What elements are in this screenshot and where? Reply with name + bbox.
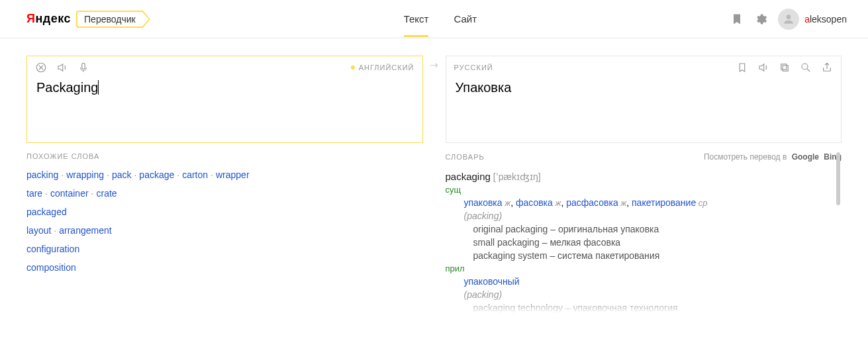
source-lang-label[interactable]: АНГЛИЙСКИЙ [351, 64, 414, 72]
dict-gender: ж [618, 198, 627, 208]
similar-word-link[interactable]: packing [26, 169, 58, 180]
similar-word-link[interactable]: pack [112, 169, 132, 180]
similar-title: ПОХОЖИЕ СЛОВА [26, 152, 423, 160]
speaker-icon[interactable] [56, 62, 68, 73]
search-icon[interactable] [800, 62, 812, 73]
copy-icon[interactable] [779, 62, 791, 73]
gear-icon[interactable] [754, 13, 767, 26]
dict-translation-link[interactable]: фасовка [516, 197, 553, 208]
similar-word-link[interactable]: carton [182, 169, 208, 180]
separator: · [104, 169, 112, 180]
dict-example: small packaging – мелкая фасовка [446, 237, 842, 248]
dict-headword: packaging [446, 171, 491, 182]
separator: · [174, 169, 182, 180]
dict-pos: прил [446, 264, 842, 273]
svg-rect-1 [82, 63, 85, 69]
similar-word-link[interactable]: tare [26, 188, 42, 199]
separator: · [131, 169, 139, 180]
similar-row: packaged [26, 207, 423, 217]
separator: · [58, 169, 66, 180]
similar-word-link[interactable]: wrapper [216, 169, 250, 180]
separator: · [89, 188, 97, 199]
dict-translation-link[interactable]: пакетирование [632, 197, 696, 208]
header: Яндекс Переводчик Текст Сайт aleksopen [0, 0, 868, 38]
dict-example: packaging system – система пакетирования [446, 250, 842, 261]
similar-word-link[interactable]: arrangement [59, 225, 111, 236]
separator: · [208, 169, 216, 180]
dict-translation-link[interactable]: расфасовка [566, 197, 618, 208]
similar-word-link[interactable]: configuration [26, 244, 79, 254]
dict-example: packaging technology – упаковочная техно… [446, 303, 842, 313]
dict-sense: упаковка ж, фасовка ж, расфасовка ж, пак… [446, 197, 842, 208]
separator: · [51, 225, 59, 236]
similar-row: layout·arrangement [26, 225, 423, 236]
similar-row: tare·container·crate [26, 188, 423, 199]
dict-ipa: [ˈpækɪʤɪŋ] [493, 171, 541, 182]
similar-word-link[interactable]: packaged [26, 207, 67, 217]
svg-rect-3 [781, 64, 787, 70]
dictionary-body: packaging [ˈpækɪʤɪŋ] сущупаковка ж, фасо… [446, 171, 842, 313]
yandex-logo[interactable]: Яндекс [26, 12, 71, 26]
similar-word-link[interactable]: container [50, 188, 89, 199]
below-panes: ПОХОЖИЕ СЛОВА packing·wrapping·pack·pack… [0, 143, 868, 313]
dictionary-title: СЛОВАРЬ [446, 153, 485, 161]
mode-tabs: Текст Сайт [404, 1, 477, 36]
avatar-icon [778, 9, 799, 30]
tab-site[interactable]: Сайт [454, 1, 477, 36]
target-text-output: Упаковка [446, 76, 842, 99]
source-pane: АНГЛИЙСКИЙ Packaging [26, 56, 423, 143]
user-menu[interactable]: aleksopen [778, 9, 847, 30]
tab-text[interactable]: Текст [404, 1, 429, 36]
dict-example: original packaging – оригинальная упаков… [446, 224, 842, 234]
similar-word-link[interactable]: layout [26, 225, 51, 236]
similar-word-link[interactable]: composition [26, 262, 76, 273]
target-lang-label[interactable]: РУССКИЙ [454, 64, 493, 72]
similar-row: packing·wrapping·pack·package·carton·wra… [26, 169, 423, 180]
similar-row: composition [26, 262, 423, 273]
translator-panes: АНГЛИЙСКИЙ Packaging РУССКИЙ Упаковка [0, 38, 868, 143]
share-icon[interactable] [821, 62, 833, 73]
autodetect-dot-icon [351, 66, 355, 70]
separator: · [42, 188, 50, 199]
similar-section: ПОХОЖИЕ СЛОВА packing·wrapping·pack·pack… [26, 152, 423, 313]
dict-gender: ж [503, 198, 511, 208]
dict-gender: ср [696, 198, 707, 208]
target-pane: РУССКИЙ Упаковка [446, 56, 842, 143]
similar-row: configuration [26, 244, 423, 254]
dict-paren: (packing) [446, 211, 842, 221]
external-links: Посмотреть перевод в Google Bing [704, 152, 842, 162]
bookmark-outline-icon[interactable] [736, 62, 748, 73]
similar-word-link[interactable]: wrapping [66, 169, 104, 180]
bookmark-icon[interactable] [730, 13, 744, 26]
swap-languages[interactable] [423, 56, 446, 143]
similar-word-link[interactable]: crate [97, 188, 117, 199]
dict-translation-link[interactable]: упаковка [464, 197, 503, 208]
dictionary-section: СЛОВАРЬ Посмотреть перевод в Google Bing… [446, 152, 842, 313]
dict-translation-link[interactable]: упаковочный [464, 276, 520, 287]
svg-point-4 [802, 64, 808, 70]
speaker-icon[interactable] [757, 62, 769, 73]
dict-paren: (packing) [446, 289, 842, 300]
clear-icon[interactable] [35, 62, 47, 73]
source-text-input[interactable]: Packaging [27, 76, 422, 99]
scrollbar[interactable] [836, 152, 840, 313]
similar-word-link[interactable]: package [139, 169, 174, 180]
microphone-icon[interactable] [77, 62, 89, 73]
logo-group[interactable]: Яндекс Переводчик [26, 10, 150, 28]
svg-rect-2 [783, 66, 788, 71]
ext-link-google[interactable]: Google [792, 152, 819, 162]
username: aleksopen [804, 14, 847, 24]
service-badge[interactable]: Переводчик [76, 10, 150, 28]
dict-gender: ж [553, 198, 561, 208]
dict-pos: сущ [446, 185, 842, 195]
dict-sense: упаковочный [446, 276, 842, 287]
swap-icon [428, 61, 440, 73]
header-actions: aleksopen [730, 9, 847, 30]
scrollbar-thumb[interactable] [836, 152, 840, 205]
